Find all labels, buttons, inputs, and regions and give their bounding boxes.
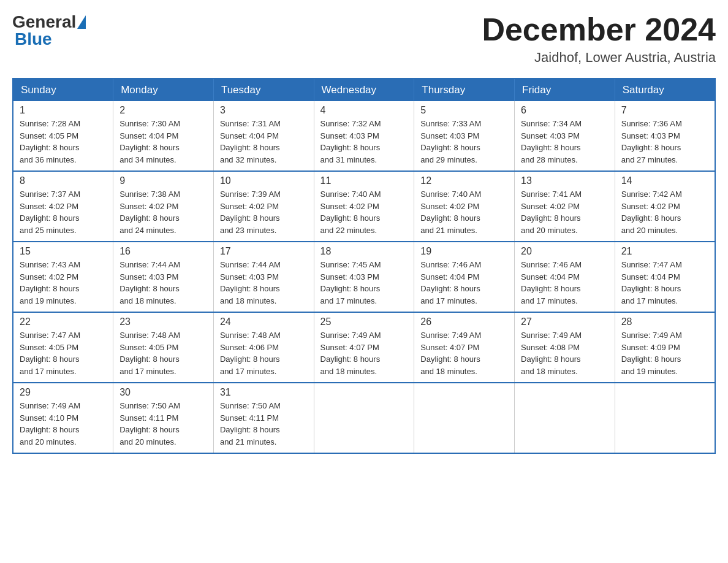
day-number: 17: [220, 246, 308, 257]
calendar-cell: 2 Sunrise: 7:30 AMSunset: 4:04 PMDayligh…: [113, 101, 214, 171]
day-info: Sunrise: 7:49 AMSunset: 4:09 PMDaylight:…: [621, 329, 708, 377]
calendar-cell: 3 Sunrise: 7:31 AMSunset: 4:04 PMDayligh…: [213, 101, 314, 171]
day-number: 20: [521, 246, 609, 257]
day-info: Sunrise: 7:47 AMSunset: 4:05 PMDaylight:…: [20, 329, 107, 377]
day-number: 18: [320, 246, 408, 257]
day-number: 23: [119, 316, 207, 327]
calendar-cell: 17 Sunrise: 7:44 AMSunset: 4:03 PMDaylig…: [213, 242, 314, 312]
day-info: Sunrise: 7:41 AMSunset: 4:02 PMDaylight:…: [521, 188, 609, 236]
logo-blue-text: Blue: [15, 29, 52, 49]
day-number: 7: [621, 105, 708, 116]
day-number: 21: [621, 246, 708, 257]
calendar-cell: 11 Sunrise: 7:40 AMSunset: 4:02 PMDaylig…: [314, 171, 414, 242]
calendar-cell: [615, 383, 715, 453]
day-number: 2: [119, 105, 207, 116]
day-info: Sunrise: 7:37 AMSunset: 4:02 PMDaylight:…: [20, 188, 107, 236]
day-info: Sunrise: 7:33 AMSunset: 4:03 PMDaylight:…: [420, 118, 508, 166]
calendar-table: SundayMondayTuesdayWednesdayThursdayFrid…: [12, 78, 716, 454]
calendar-cell: 28 Sunrise: 7:49 AMSunset: 4:09 PMDaylig…: [615, 312, 715, 383]
day-number: 16: [119, 246, 207, 257]
calendar-cell: 6 Sunrise: 7:34 AMSunset: 4:03 PMDayligh…: [515, 101, 615, 171]
calendar-cell: [515, 383, 615, 453]
day-info: Sunrise: 7:45 AMSunset: 4:03 PMDaylight:…: [320, 259, 408, 307]
calendar-cell: 5 Sunrise: 7:33 AMSunset: 4:03 PMDayligh…: [414, 101, 515, 171]
day-info: Sunrise: 7:32 AMSunset: 4:03 PMDaylight:…: [320, 118, 408, 166]
day-number: 10: [220, 175, 308, 186]
day-info: Sunrise: 7:49 AMSunset: 4:07 PMDaylight:…: [320, 329, 408, 377]
page-header: General Blue December 2024 Jaidhof, Lowe…: [12, 12, 716, 66]
day-of-week-tuesday: Tuesday: [213, 79, 314, 101]
calendar-cell: 21 Sunrise: 7:47 AMSunset: 4:04 PMDaylig…: [615, 242, 715, 312]
day-info: Sunrise: 7:50 AMSunset: 4:11 PMDaylight:…: [119, 400, 207, 448]
day-info: Sunrise: 7:42 AMSunset: 4:02 PMDaylight:…: [621, 188, 708, 236]
day-of-week-monday: Monday: [113, 79, 214, 101]
calendar-cell: 13 Sunrise: 7:41 AMSunset: 4:02 PMDaylig…: [515, 171, 615, 242]
day-number: 8: [20, 175, 107, 186]
day-number: 14: [621, 175, 708, 186]
day-number: 9: [119, 175, 207, 186]
day-number: 19: [420, 246, 508, 257]
calendar-week-row: 22 Sunrise: 7:47 AMSunset: 4:05 PMDaylig…: [13, 312, 715, 383]
day-info: Sunrise: 7:40 AMSunset: 4:02 PMDaylight:…: [420, 188, 508, 236]
calendar-week-row: 29 Sunrise: 7:49 AMSunset: 4:10 PMDaylig…: [13, 383, 715, 453]
day-info: Sunrise: 7:49 AMSunset: 4:07 PMDaylight:…: [420, 329, 508, 377]
calendar-cell: 12 Sunrise: 7:40 AMSunset: 4:02 PMDaylig…: [414, 171, 515, 242]
day-info: Sunrise: 7:46 AMSunset: 4:04 PMDaylight:…: [521, 259, 609, 307]
day-of-week-sunday: Sunday: [13, 79, 113, 101]
calendar-cell: 22 Sunrise: 7:47 AMSunset: 4:05 PMDaylig…: [13, 312, 113, 383]
day-of-week-wednesday: Wednesday: [314, 79, 414, 101]
calendar-cell: 26 Sunrise: 7:49 AMSunset: 4:07 PMDaylig…: [414, 312, 515, 383]
day-info: Sunrise: 7:30 AMSunset: 4:04 PMDaylight:…: [119, 118, 207, 166]
day-number: 22: [20, 316, 107, 327]
day-number: 24: [220, 316, 308, 327]
calendar-cell: 30 Sunrise: 7:50 AMSunset: 4:11 PMDaylig…: [113, 383, 214, 453]
calendar-cell: 16 Sunrise: 7:44 AMSunset: 4:03 PMDaylig…: [113, 242, 214, 312]
day-info: Sunrise: 7:49 AMSunset: 4:08 PMDaylight:…: [521, 329, 609, 377]
day-number: 5: [420, 105, 508, 116]
calendar-cell: 15 Sunrise: 7:43 AMSunset: 4:02 PMDaylig…: [13, 242, 113, 312]
day-number: 30: [119, 387, 207, 398]
calendar-week-row: 1 Sunrise: 7:28 AMSunset: 4:05 PMDayligh…: [13, 101, 715, 171]
calendar-cell: 24 Sunrise: 7:48 AMSunset: 4:06 PMDaylig…: [213, 312, 314, 383]
day-info: Sunrise: 7:39 AMSunset: 4:02 PMDaylight:…: [220, 188, 308, 236]
calendar-cell: 14 Sunrise: 7:42 AMSunset: 4:02 PMDaylig…: [615, 171, 715, 242]
calendar-cell: 8 Sunrise: 7:37 AMSunset: 4:02 PMDayligh…: [13, 171, 113, 242]
calendar-cell: [414, 383, 515, 453]
calendar-cell: [314, 383, 414, 453]
day-number: 4: [320, 105, 408, 116]
day-number: 13: [521, 175, 609, 186]
day-number: 6: [521, 105, 609, 116]
day-number: 1: [20, 105, 107, 116]
logo-triangle-icon: [77, 15, 86, 29]
calendar-week-row: 8 Sunrise: 7:37 AMSunset: 4:02 PMDayligh…: [13, 171, 715, 242]
calendar-cell: 10 Sunrise: 7:39 AMSunset: 4:02 PMDaylig…: [213, 171, 314, 242]
calendar-cell: 23 Sunrise: 7:48 AMSunset: 4:05 PMDaylig…: [113, 312, 214, 383]
calendar-cell: 29 Sunrise: 7:49 AMSunset: 4:10 PMDaylig…: [13, 383, 113, 453]
day-info: Sunrise: 7:36 AMSunset: 4:03 PMDaylight:…: [621, 118, 708, 166]
day-number: 25: [320, 316, 408, 327]
day-of-week-saturday: Saturday: [615, 79, 715, 101]
day-info: Sunrise: 7:46 AMSunset: 4:04 PMDaylight:…: [420, 259, 508, 307]
day-info: Sunrise: 7:44 AMSunset: 4:03 PMDaylight:…: [220, 259, 308, 307]
calendar-cell: 25 Sunrise: 7:49 AMSunset: 4:07 PMDaylig…: [314, 312, 414, 383]
calendar-cell: 9 Sunrise: 7:38 AMSunset: 4:02 PMDayligh…: [113, 171, 214, 242]
day-number: 28: [621, 316, 708, 327]
day-number: 31: [220, 387, 308, 398]
calendar-cell: 31 Sunrise: 7:50 AMSunset: 4:11 PMDaylig…: [213, 383, 314, 453]
calendar-cell: 27 Sunrise: 7:49 AMSunset: 4:08 PMDaylig…: [515, 312, 615, 383]
day-of-week-thursday: Thursday: [414, 79, 515, 101]
day-info: Sunrise: 7:38 AMSunset: 4:02 PMDaylight:…: [119, 188, 207, 236]
calendar-cell: 4 Sunrise: 7:32 AMSunset: 4:03 PMDayligh…: [314, 101, 414, 171]
day-of-week-friday: Friday: [515, 79, 615, 101]
location-text: Jaidhof, Lower Austria, Austria: [482, 50, 716, 66]
logo: General Blue: [12, 12, 87, 49]
calendar-cell: 1 Sunrise: 7:28 AMSunset: 4:05 PMDayligh…: [13, 101, 113, 171]
calendar-cell: 20 Sunrise: 7:46 AMSunset: 4:04 PMDaylig…: [515, 242, 615, 312]
day-number: 29: [20, 387, 107, 398]
day-number: 11: [320, 175, 408, 186]
calendar-cell: 7 Sunrise: 7:36 AMSunset: 4:03 PMDayligh…: [615, 101, 715, 171]
day-info: Sunrise: 7:28 AMSunset: 4:05 PMDaylight:…: [20, 118, 107, 166]
day-info: Sunrise: 7:49 AMSunset: 4:10 PMDaylight:…: [20, 400, 107, 448]
calendar-cell: 19 Sunrise: 7:46 AMSunset: 4:04 PMDaylig…: [414, 242, 515, 312]
day-number: 12: [420, 175, 508, 186]
